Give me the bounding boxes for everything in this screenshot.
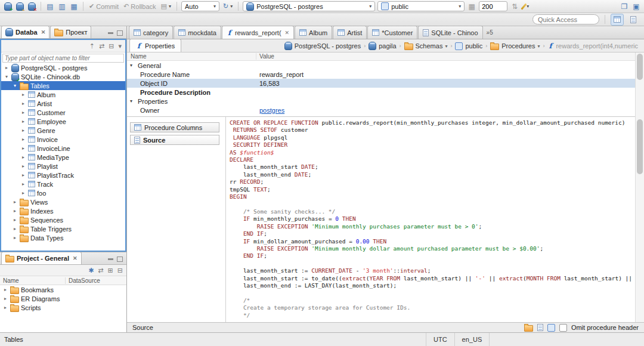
property-row-owner[interactable]: Ownerpostgres — [127, 106, 644, 115]
property-row-object-id[interactable]: Object ID16,583 — [127, 79, 644, 88]
expand-arrow-icon[interactable]: ▸ — [20, 119, 26, 124]
project-item-er-diagrams[interactable]: ▸ER Diagrams — [0, 294, 126, 303]
minimize-icon[interactable] — [108, 258, 113, 260]
expand-arrow-icon[interactable]: ▸ — [20, 128, 26, 133]
breadcrumb-item-pagila[interactable]: pagila — [367, 42, 397, 50]
tree-item-album[interactable]: ▸Album — [1, 90, 125, 99]
expand-arrow-icon[interactable]: ▸ — [2, 296, 8, 301]
toggle-panel-icon[interactable]: ❐ — [620, 2, 629, 11]
tab-projects[interactable]: Проект — [50, 26, 91, 38]
property-value[interactable]: postgres — [256, 107, 644, 114]
new-connection-icon[interactable] — [3, 2, 13, 11]
tree-item-sequences[interactable]: ▸Sequences — [1, 215, 125, 224]
tree-item-employee[interactable]: ▸Employee — [1, 117, 125, 126]
chevron-down-icon[interactable]: ▾ — [445, 44, 447, 49]
locale-indicator[interactable]: en_US — [454, 333, 490, 346]
expand-arrow-icon[interactable]: ▸ — [20, 155, 26, 160]
tab-customer[interactable]: *Customer — [367, 26, 417, 39]
tree-item-genre[interactable]: ▸Genre — [1, 126, 125, 135]
tab-project-general[interactable]: Project - General ✕ — [1, 252, 82, 264]
omit-header-checkbox[interactable] — [559, 324, 567, 332]
link-with-editor-icon[interactable]: ⇄ — [99, 42, 104, 50]
expand-arrow-icon[interactable]: ▸ — [12, 235, 18, 240]
section-procedure-columns[interactable]: Procedure Columns — [130, 122, 219, 132]
tab-properties[interactable]: Properties — [129, 39, 181, 52]
new-window-icon[interactable]: ▣ — [631, 2, 641, 11]
scrollbar-thumb[interactable] — [637, 119, 643, 174]
property-row-properties[interactable]: ▾Properties — [127, 97, 644, 106]
collapse-arrow-icon[interactable]: ▾ — [12, 83, 18, 88]
expand-arrow-icon[interactable]: ▸ — [4, 65, 10, 70]
source-code[interactable]: CREATE OR REPLACE FUNCTION public.reward… — [225, 117, 635, 322]
expand-arrow-icon[interactable]: ▸ — [20, 172, 26, 178]
connection-select[interactable]: PostgreSQL - postgres▾ — [243, 1, 375, 11]
save-file-icon[interactable] — [537, 324, 543, 331]
gear-icon[interactable]: ✱ — [88, 267, 94, 274]
section-source[interactable]: Source — [130, 135, 219, 145]
expand-arrow-icon[interactable]: ▸ — [12, 226, 18, 231]
collapse-arrow-icon[interactable]: ▾ — [130, 63, 135, 68]
tree-item-playlist[interactable]: ▸Playlist — [1, 162, 125, 171]
tree-item-data-types[interactable]: ▸Data Types — [1, 233, 125, 242]
tree-item-postgresql-postgres[interactable]: ▸PostgreSQL - postgres — [1, 63, 125, 72]
tab-database-navigator[interactable]: Databa ✕ — [1, 26, 49, 38]
view-menu-icon[interactable]: ▾ — [118, 42, 122, 50]
expand-arrow-icon[interactable]: ▸ — [20, 92, 26, 97]
tab-category[interactable]: category — [129, 26, 173, 39]
sql-console-icon[interactable]: ▦ — [69, 2, 79, 11]
tab-album[interactable]: Album — [295, 26, 332, 39]
expand-arrow-icon[interactable]: ▸ — [20, 146, 26, 151]
project-item-bookmarks[interactable]: ▸Bookmarks — [0, 285, 126, 294]
expand-arrow-icon[interactable]: ▸ — [12, 199, 18, 205]
commit-button[interactable]: ✔Commit — [88, 2, 120, 10]
open-file-icon[interactable] — [524, 325, 533, 332]
expand-icon[interactable]: ⊞ — [108, 267, 113, 274]
transaction-log-button[interactable]: ▤▾ — [160, 2, 172, 10]
property-row-general[interactable]: ▾General — [127, 61, 644, 70]
expand-arrow-icon[interactable]: ▸ — [20, 137, 26, 142]
expand-arrow-icon[interactable]: ▸ — [20, 190, 26, 196]
expand-arrow-icon[interactable]: ▸ — [20, 110, 26, 115]
tree-item-mediatype[interactable]: ▸MediaType — [1, 153, 125, 162]
expand-arrow-icon[interactable]: ▸ — [20, 101, 26, 106]
disconnect-icon[interactable] — [27, 2, 36, 11]
code-scrollbar[interactable] — [635, 117, 644, 322]
tree-item-track[interactable]: ▸Track — [1, 180, 125, 189]
refresh-button[interactable]: ↻▾ — [222, 2, 234, 10]
autocommit-select[interactable]: Auto▾ — [181, 1, 219, 11]
chevron-down-icon[interactable]: ▾ — [537, 44, 540, 49]
scrollbar-thumb[interactable] — [637, 54, 643, 80]
column-name[interactable]: Name — [127, 53, 256, 60]
object-filter-input[interactable] — [2, 54, 124, 63]
minimize-icon[interactable] — [108, 32, 113, 34]
tab-mockdata[interactable]: mockdata — [174, 26, 221, 39]
quick-access-input[interactable] — [532, 14, 599, 24]
link-icon[interactable]: ⇄ — [98, 267, 103, 274]
expand-arrow-icon[interactable]: ▸ — [2, 287, 8, 292]
perspective-dbeaver-icon[interactable] — [611, 14, 624, 26]
sql-editor-icon[interactable]: ▤ — [45, 2, 55, 11]
footer-source-tab[interactable]: Source — [132, 324, 153, 331]
collapse-arrow-icon[interactable]: ▾ — [4, 74, 10, 79]
collapse-all-icon[interactable]: ⇡ — [89, 42, 95, 50]
breadcrumb-item-schemas[interactable]: Schemas▾ — [403, 42, 449, 50]
expand-arrow-icon[interactable]: ▸ — [12, 208, 18, 214]
perspective-other-icon[interactable] — [627, 14, 639, 25]
project-item-scripts[interactable]: ▸Scripts — [0, 303, 126, 312]
column-name[interactable]: Name — [0, 277, 66, 284]
maximize-icon[interactable] — [117, 30, 123, 36]
tree-item-invoice[interactable]: ▸Invoice — [1, 135, 125, 144]
new-sql-editor-icon[interactable]: ▥ — [57, 2, 67, 11]
property-row-procedure-name[interactable]: Procedure Namerewards_report — [127, 70, 644, 79]
tree-item-table-triggers[interactable]: ▸Table Triggers — [1, 224, 125, 233]
fetch-size-input[interactable] — [479, 1, 507, 11]
tree-item-tables[interactable]: ▾Tables — [1, 81, 125, 90]
tree-item-sqlite-chinook-db[interactable]: ▾SQLite - Chinook.db — [1, 72, 125, 81]
tab-artist[interactable]: Artist — [333, 26, 367, 39]
expand-arrow-icon[interactable]: ▸ — [12, 217, 18, 223]
compare-icon[interactable]: ⇅ — [510, 2, 519, 11]
breadcrumb-item-postgresql-postgres[interactable]: PostgreSQL - postgres — [283, 42, 362, 50]
rollback-button[interactable]: ↶Rollback — [122, 2, 157, 10]
tree-item-playlisttrack[interactable]: ▸PlaylistTrack — [1, 171, 125, 180]
maximize-icon[interactable] — [117, 257, 123, 262]
